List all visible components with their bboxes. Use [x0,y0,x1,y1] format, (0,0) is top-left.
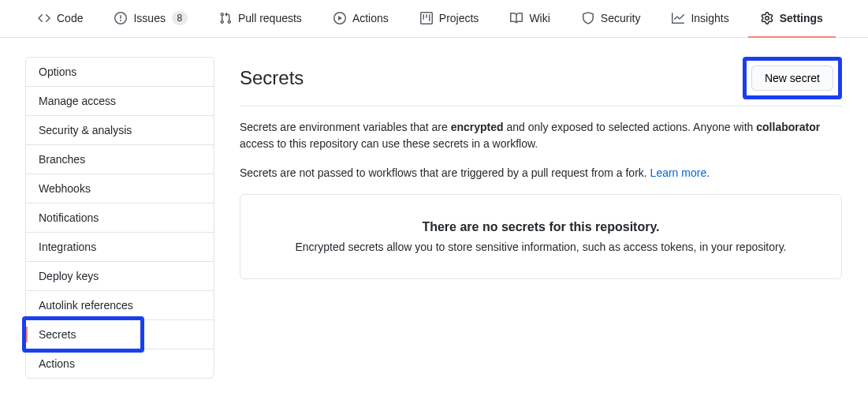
empty-state-title: There are no secrets for this repository… [266,220,816,234]
sidebar-item-label: Secrets [39,328,76,341]
settings-menu: Options Manage access Security & analysi… [25,57,214,379]
tab-projects-label: Projects [439,12,479,24]
main-content: Secrets New secret Secrets are environme… [240,57,842,379]
tab-pulls-label: Pull requests [238,12,302,24]
empty-state-text: Encrypted secrets allow you to store sen… [266,241,816,253]
graph-icon [672,12,684,24]
code-icon [38,12,50,24]
new-secret-button[interactable]: New secret [751,65,833,91]
sidebar-item-actions[interactable]: Actions [26,349,214,378]
tab-settings[interactable]: Settings [748,0,836,38]
project-icon [420,12,433,24]
sidebar-item-integrations[interactable]: Integrations [26,233,214,262]
tab-security[interactable]: Security [569,0,654,38]
sidebar-item-label: Security & analysis [39,124,132,136]
sidebar-item-autolink-references[interactable]: Autolink references [26,291,214,320]
tab-pulls[interactable]: Pull requests [207,0,315,38]
tab-insights[interactable]: Insights [659,0,741,38]
sidebar-item-notifications[interactable]: Notifications [26,204,214,233]
shield-icon [582,12,594,24]
secrets-description-2: Secrets are not passed to workflows that… [240,165,842,181]
sidebar-item-secrets[interactable]: Secrets [26,320,214,349]
secrets-description-1: Secrets are environment variables that a… [240,119,842,152]
settings-container: Options Manage access Security & analysi… [0,38,867,398]
sidebar-item-label: Webhooks [39,182,91,195]
sidebar-item-branches[interactable]: Branches [26,145,214,174]
sidebar-item-label: Actions [39,357,75,370]
gear-icon [761,12,773,24]
issue-icon [114,12,127,24]
learn-more-link[interactable]: Learn more [650,166,707,179]
tab-security-label: Security [601,12,641,24]
sidebar-item-options[interactable]: Options [26,58,214,87]
subhead: Secrets New secret [240,57,842,106]
tab-issues-label: Issues [133,12,165,24]
settings-sidebar: Options Manage access Security & analysi… [25,57,214,379]
sidebar-item-label: Notifications [39,211,99,224]
page-title: Secrets [240,67,304,89]
pull-request-icon [219,12,232,24]
sidebar-item-manage-access[interactable]: Manage access [26,87,214,116]
sidebar-item-deploy-keys[interactable]: Deploy keys [26,262,214,291]
tab-wiki[interactable]: Wiki [497,0,562,38]
tab-settings-label: Settings [780,12,823,24]
issues-count-badge: 8 [172,11,188,25]
tab-actions[interactable]: Actions [321,0,401,38]
empty-state: There are no secrets for this repository… [240,194,842,279]
tab-wiki-label: Wiki [529,12,549,24]
sidebar-item-security-analysis[interactable]: Security & analysis [26,116,214,145]
tab-issues[interactable]: Issues 8 [102,0,199,38]
tab-code[interactable]: Code [25,0,95,38]
tab-insights-label: Insights [691,12,728,24]
sidebar-item-label: Manage access [39,95,116,107]
repo-nav: Code Issues 8 Pull requests Actions Proj… [0,0,868,38]
sidebar-item-label: Deploy keys [39,270,99,282]
tab-actions-label: Actions [352,12,389,24]
tab-projects[interactable]: Projects [408,0,492,38]
sidebar-item-label: Autolink references [39,299,133,312]
highlight-box: New secret [743,57,842,99]
book-icon [510,12,523,24]
sidebar-item-label: Branches [39,153,85,166]
sidebar-item-label: Integrations [39,241,96,253]
tab-code-label: Code [57,12,83,24]
sidebar-item-webhooks[interactable]: Webhooks [26,174,214,204]
sidebar-item-label: Options [39,65,76,78]
play-icon [333,12,346,24]
